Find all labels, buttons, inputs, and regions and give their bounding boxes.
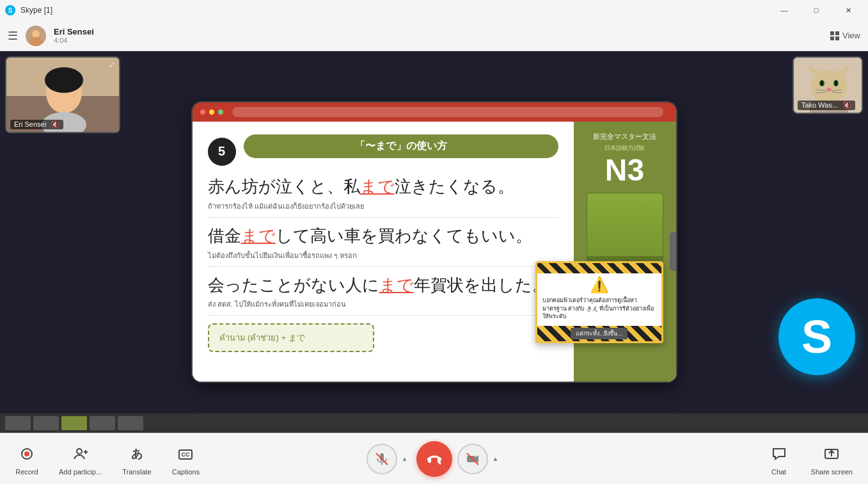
chat-button[interactable]: Chat [768,442,791,476]
screen-share-thumbnails-bar [0,414,868,433]
sentence1-japanese: 赤ん坊が泣くと、私まで泣きたくなる。 [208,176,558,198]
record-button[interactable]: Record [15,442,38,476]
svg-rect-8 [835,36,839,40]
share-screen-icon [820,442,843,465]
add-participants-icon [69,442,92,465]
warning-triangle-icon: ⚠️ [542,276,656,294]
sentence2-thai: ไม่ต้องถึงกับขั้นไปยืมเงินเพื่อมาซื้อรถแ… [208,250,558,267]
svg-point-22 [826,88,832,92]
warning-popup: ⚠️ บอกคอมพิวเตอร์ว่าคุณต้องการดูเนื้อหาม… [535,261,663,343]
toolbar-left-controls: Record Add particip... あ Translate CC [15,442,200,476]
jlpt-level: N3 [605,152,644,188]
share-screen-button[interactable]: Share screen [811,442,853,476]
view-button[interactable]: View [830,31,860,41]
minimize-button[interactable]: — [769,0,799,20]
svg-point-29 [24,451,29,456]
svg-rect-5 [830,31,834,35]
close-button[interactable]: ✕ [833,0,863,20]
svg-point-3 [29,37,42,46]
svg-point-21 [835,81,837,86]
warning-stripe-footer: แต่กระทั้ง...ยึงขึ้น... [537,326,661,341]
avatar [26,26,46,46]
svg-rect-7 [830,36,834,40]
thumbnail-1[interactable] [5,416,31,430]
translate-label: Translate [122,468,151,476]
mute-cam-button[interactable] [457,444,488,474]
captions-button[interactable]: CC Captions [172,442,200,476]
title-bar-controls: — □ ✕ [769,0,863,20]
expand-icon[interactable]: ⤢ [109,60,115,69]
shared-screen-content: 5 「〜まで」の使い方 赤ん坊が泣くと、私まで泣きたくなる。 ถ้าทารกร้… [191,101,677,383]
bottom-toolbar: Record Add particip... あ Translate CC [0,433,868,484]
local-participant-label: Eri Sensei 🔇 [10,120,63,129]
mic-control-group: ▲ [367,444,411,474]
mic-options-chevron[interactable]: ▲ [398,453,411,465]
svg-text:CC: CC [182,451,190,458]
sentence3-block: 会ったことがない人にまで年賀状を出した。 ส่ง สดส. ไปให้แม้กร… [208,275,558,316]
svg-rect-6 [835,31,839,35]
user-name: Eri Sensei [54,27,94,36]
title-bar-left: S Skype [1] [5,5,52,15]
book-exam-label: 日本語能力試験 [604,144,645,152]
chat-label: Chat [771,468,786,476]
captions-icon: CC [174,442,197,465]
sentence3-japanese: 会ったことがない人にまで年賀状を出した。 [208,275,558,296]
record-label: Record [15,468,38,476]
svg-point-15 [811,70,847,103]
local-participant-video: Eri Sensei 🔇 ⤢ [5,56,120,133]
mute-mic-button[interactable] [367,444,397,474]
maximize-button[interactable]: □ [801,0,831,20]
svg-point-30 [77,449,82,454]
screen-share-area: Eri Sensei 🔇 ⤢ [0,51,868,433]
warning-text: บอกคอมพิวเตอร์ว่าคุณต้องการดูเนื้อหามาตร… [542,296,656,321]
cam-options-chevron[interactable]: ▲ [489,453,502,465]
thumbnail-4[interactable] [90,416,115,430]
made-highlight-3: まで [379,275,414,294]
translate-icon: あ [125,442,148,465]
slide-number: 5 [208,138,236,166]
sentence2-block: 借金までして高い車を買わなくてもいい。 ไม่ต้องถึงกับขั้นไปย… [208,225,558,267]
remote-participant-label: Tako Was... 🔇 [798,101,855,110]
title-bar-title: Skype [1] [20,6,52,15]
slide-content: 5 「〜まで」の使い方 赤ん坊が泣くと、私まで泣きたくなる。 ถ้าทารกร้… [193,122,676,382]
remote-participant-video: Tako Was... 🔇 [793,56,863,114]
title-bar: S Skype [1] — □ ✕ [0,0,868,20]
chat-icon [768,442,791,465]
view-label: View [842,31,860,40]
grid-icon [830,31,840,41]
sentence1-thai: ถ้าทารกร้องไห้ แม้แต่ฉันเองก็ยังอยากร้อง… [208,200,558,218]
made-highlight-1: まで [360,177,395,196]
slide-title: 「〜まで」の使い方 [244,134,558,158]
add-participants-label: Add particip... [59,468,102,476]
menu-icon[interactable]: ☰ [8,29,18,43]
captions-label: Captions [172,468,200,476]
warning-body: ⚠️ บอกคอมพิวเตอร์ว่าคุณต้องการดูเนื้อหาม… [537,273,661,326]
svg-point-12 [45,67,83,93]
sentence2-japanese: 借金までして高い車を買わなくてもいい。 [208,225,558,247]
thumbnail-3[interactable] [61,416,87,430]
header-bar: ☰ Eri Sensei 4:04 View [0,20,868,51]
call-duration: 4:04 [54,36,94,44]
svg-text:S: S [8,7,13,14]
record-icon [15,442,38,465]
scroll-handle[interactable] [670,232,677,271]
translate-button[interactable]: あ Translate [122,442,151,476]
svg-point-20 [821,81,823,86]
warning-stripe-header [537,263,661,273]
share-screen-label: Share screen [811,468,853,476]
svg-point-2 [32,30,40,38]
add-participants-button[interactable]: Add particip... [59,442,102,476]
user-info: Eri Sensei 4:04 [54,27,94,44]
made-highlight-2: まで [241,226,276,245]
sentence3-thai: ส่ง สดส. ไปให้แม้กระทั่งคนที่ไม่เคยเจอมา… [208,298,558,316]
slide-header: 5 「〜まで」の使い方 [208,134,558,168]
cam-control-group: ▲ [457,444,502,474]
skype-logo: S [778,298,855,375]
book-title: 新完全マスター文法 [593,132,656,141]
toolbar-right-controls: Chat Share screen [768,442,853,476]
sentence1-block: 赤ん坊が泣くと、私まで泣きたくなる。 ถ้าทารกร้องไห้ แม้แต่… [208,176,558,218]
end-call-button[interactable] [416,441,452,477]
warning-action-btn[interactable]: แต่กระทั้ง...ยึงขึ้น... [571,328,627,339]
thumbnail-2[interactable] [33,416,59,430]
thumbnail-5[interactable] [118,416,143,430]
